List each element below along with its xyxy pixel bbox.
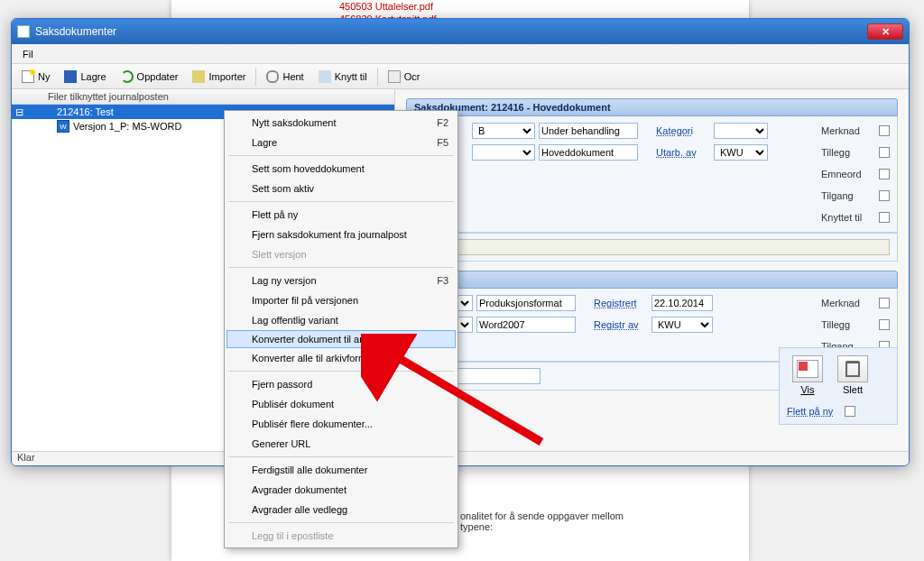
menu-fil[interactable]: Fil xyxy=(17,47,39,61)
chk-flett[interactable] xyxy=(845,406,855,417)
ctx-nytt-saksdokument[interactable]: Nytt saksdokumentF2 xyxy=(226,113,456,133)
chk-knyttet[interactable] xyxy=(879,212,890,223)
tool-importer[interactable]: Importer xyxy=(186,68,252,86)
btn-slett[interactable]: Slett xyxy=(832,355,873,395)
txt-vt[interactable] xyxy=(476,295,576,311)
lbl-kategori[interactable]: Kategori xyxy=(656,125,710,136)
lbl-tillegg: Tillegg xyxy=(821,147,875,158)
chk-tillegg[interactable] xyxy=(879,147,890,158)
word-icon: W xyxy=(57,120,69,133)
link-icon xyxy=(319,70,331,83)
attach-icon xyxy=(266,70,279,83)
ctx-publis-r-dokument[interactable]: Publisér dokument xyxy=(226,394,456,414)
ctx-ferdigstill-alle-dokumenter[interactable]: Ferdigstill alle dokumenter xyxy=(226,460,456,480)
tool-knytttil[interactable]: Knytt til xyxy=(312,68,374,86)
close-button[interactable]: ✕ xyxy=(867,23,903,40)
sel-status[interactable]: B xyxy=(472,123,535,139)
ctx-importer-fil-p-versjonen[interactable]: Importer fil på versjonen xyxy=(226,290,456,310)
sel-kategori[interactable] xyxy=(714,123,768,139)
lbl-utarb[interactable]: Utarb. av xyxy=(656,147,710,158)
refresh-icon xyxy=(121,70,134,83)
lbl-flett[interactable]: Flett på ny xyxy=(787,406,841,417)
ctx-legg-til-i-epostliste: Legg til i epostliste xyxy=(226,526,456,546)
txt-type[interactable] xyxy=(539,144,638,161)
preview-icon xyxy=(792,355,823,382)
lbl-tilgang: Tilgang xyxy=(821,190,875,201)
toolbar: Ny Lagre Oppdater Importer Hent Knytt ti… xyxy=(12,64,909,89)
titlebar[interactable]: Saksdokumenter ✕ xyxy=(12,19,909,44)
sel-type[interactable] xyxy=(472,144,535,161)
lbl-tillegg2: Tillegg xyxy=(821,319,875,330)
tool-hent[interactable]: Hent xyxy=(260,68,310,86)
chk-emneord[interactable] xyxy=(879,169,890,179)
tree-header: Filer tilknyttet journalposten xyxy=(12,89,394,105)
lbl-knyttet: Knyttet til xyxy=(821,212,875,223)
new-icon xyxy=(22,70,34,83)
menubar: Fil xyxy=(12,44,909,64)
btn-vis[interactable]: Vis xyxy=(787,355,828,395)
ro-title: est xyxy=(414,239,890,255)
ctx-sett-som-hoveddokument[interactable]: Sett som hoveddokument xyxy=(226,159,456,179)
group-saksdokument-header: Saksdokument: 212416 - Hoveddokument xyxy=(406,98,898,116)
button-panel: Vis Slett Flett på ny xyxy=(779,347,898,425)
sel-registrav[interactable]: KWU xyxy=(651,317,713,333)
background-text: onalitet for å sende oppgaver mellom typ… xyxy=(460,510,767,532)
ctx-lag-ny-versjon[interactable]: Lag ny versjonF3 xyxy=(226,271,456,290)
sel-utarb[interactable]: KWU xyxy=(714,144,768,161)
lbl-emneord: Emneord xyxy=(821,169,875,179)
ctx-konverter-alle-til-arkivformat[interactable]: Konverter alle til arkivformat xyxy=(226,348,456,368)
inp-regdate[interactable] xyxy=(651,295,713,311)
chk-merknad2[interactable] xyxy=(879,298,890,308)
ctx-fjern-saksdokument-fra-journalpost[interactable]: Fjern saksdokument fra journalpost xyxy=(226,225,456,244)
save-icon xyxy=(64,70,77,83)
saksdokumenter-window: Saksdokumenter ✕ Fil Ny Lagre Oppdater I… xyxy=(11,18,910,466)
chk-merknad[interactable] xyxy=(879,125,890,136)
delete-icon xyxy=(837,355,868,382)
ctx-avgrader-alle-vedlegg[interactable]: Avgrader alle vedlegg xyxy=(226,500,456,520)
group-versjon-header: TIV) xyxy=(406,271,898,289)
ctx-avgrader-dokumentet[interactable]: Avgrader dokumentet xyxy=(226,480,456,500)
tool-lagre[interactable]: Lagre xyxy=(58,68,112,86)
ctx-sett-som-aktiv[interactable]: Sett som aktiv xyxy=(226,179,456,198)
tool-ny[interactable]: Ny xyxy=(15,68,56,86)
context-menu[interactable]: Nytt saksdokumentF2LagreF5Sett som hoved… xyxy=(224,110,458,548)
ctx-flett-p-ny[interactable]: Flett på ny xyxy=(226,205,456,225)
app-icon xyxy=(17,25,30,38)
txt-status[interactable] xyxy=(539,123,638,139)
ctx-publis-r-flere-dokumenter-[interactable]: Publisér flere dokumenter... xyxy=(226,414,456,434)
lbl-merknad: Merknad xyxy=(821,125,875,136)
tool-oppdater[interactable]: Oppdater xyxy=(115,68,185,86)
ctx-lagre[interactable]: LagreF5 xyxy=(226,133,456,152)
statusbar: Klar xyxy=(12,451,909,465)
lbl-merknad2: Merknad xyxy=(821,298,875,308)
ctx-slett-versjon: Slett versjon xyxy=(226,244,456,264)
group-saksdokument-body: Status B . Kategori Utarb. avKWU Merkn xyxy=(406,116,898,233)
chk-tilgang[interactable] xyxy=(879,190,890,201)
collapse-icon[interactable]: ⊟ xyxy=(15,106,23,118)
lbl-registrert[interactable]: Registrert xyxy=(594,298,648,308)
lbl-registrav[interactable]: Registr av xyxy=(594,319,648,330)
txt-format[interactable] xyxy=(476,317,576,333)
tool-ocr[interactable]: Ocr xyxy=(382,68,427,86)
chk-tillegg2[interactable] xyxy=(879,319,890,330)
import-icon xyxy=(192,70,205,83)
ctx-generer-url[interactable]: Generer URL xyxy=(226,434,456,454)
ctx-lag-offentlig-variant[interactable]: Lag offentlig variant xyxy=(226,310,456,330)
ocr-icon xyxy=(388,70,401,83)
ctx-fjern-passord[interactable]: Fjern passord xyxy=(226,374,456,394)
window-title: Saksdokumenter xyxy=(35,25,116,38)
ctx-konverter-dokument-til-arkivformat[interactable]: Konverter dokument til arkivformat xyxy=(226,330,456,348)
